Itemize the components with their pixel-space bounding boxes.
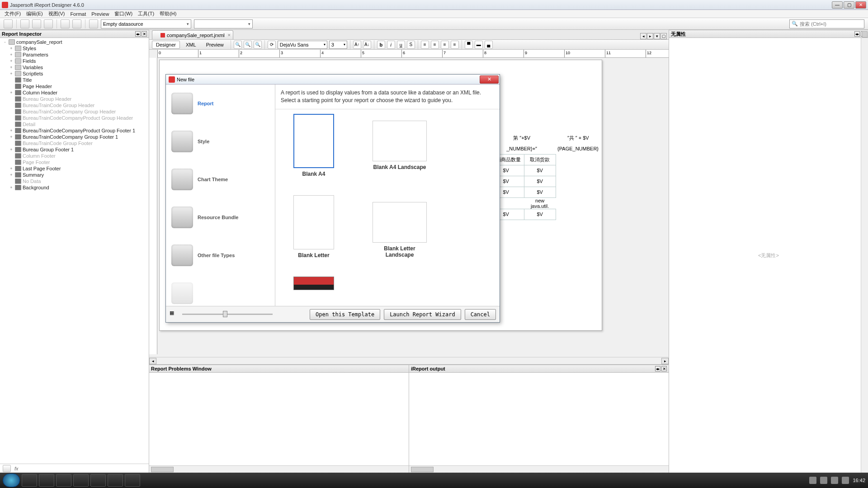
tree-node[interactable]: +Scriptlets: [0, 70, 149, 77]
taskbar-app-3[interactable]: [56, 474, 71, 487]
document-tab[interactable]: companySale_report.jrxml ✕: [152, 30, 233, 39]
tree-node[interactable]: Page Footer: [0, 159, 149, 165]
tab-nav-dropdown[interactable]: ▾: [654, 33, 660, 39]
tray-icon-2[interactable]: [820, 477, 827, 484]
tree-node[interactable]: +Styles: [0, 45, 149, 52]
category-extra[interactable]: [166, 274, 275, 306]
font-inc-icon[interactable]: A↑: [353, 41, 361, 49]
problems-body[interactable]: [149, 373, 409, 465]
tree-node[interactable]: +Background: [0, 184, 149, 191]
minimize-button[interactable]: —: [832, 1, 843, 9]
menu-view[interactable]: 视图(V): [46, 10, 68, 17]
copy-button[interactable]: [4, 19, 13, 28]
menu-window[interactable]: 窗口(W): [112, 10, 135, 17]
taskbar-app-2[interactable]: [39, 474, 54, 487]
taskbar-app-5[interactable]: [90, 474, 106, 487]
tree-node[interactable]: +Fields: [0, 58, 149, 64]
tree-node[interactable]: BureauTrainCode Group Footer: [0, 140, 149, 146]
tree-node[interactable]: Column Footer: [0, 153, 149, 159]
tree-node[interactable]: +Parameters: [0, 52, 149, 58]
datasource-icon[interactable]: [89, 19, 98, 28]
dialog-grid-view-icon[interactable]: ▦: [170, 310, 179, 319]
tree-node[interactable]: +BureauTrainCodeCompany Group Footer 1: [0, 134, 149, 140]
mode-xml[interactable]: XML: [182, 41, 200, 49]
font-combo[interactable]: DejaVu Sans: [278, 41, 327, 49]
search-box[interactable]: 🔍: [789, 19, 864, 28]
menu-format[interactable]: Format: [67, 11, 89, 17]
fx-tool-icon[interactable]: [3, 465, 11, 472]
bold-icon[interactable]: b: [377, 41, 385, 49]
hscroll-left-icon[interactable]: ◂: [149, 358, 156, 364]
tree-node[interactable]: Bureau Group Header: [0, 96, 149, 102]
mode-designer[interactable]: Designer: [152, 41, 180, 49]
zoom-fit-icon[interactable]: 🔍: [244, 41, 252, 49]
zoom-out-icon[interactable]: 🔍: [234, 41, 242, 49]
menu-file[interactable]: 文件(F): [2, 10, 24, 17]
tree-node[interactable]: BureauTrainCodeCompany Group Header: [0, 108, 149, 115]
tray-icon-1[interactable]: [809, 477, 816, 484]
template-item[interactable]: [284, 277, 343, 290]
align-right-icon[interactable]: ≡: [441, 41, 449, 49]
tree-node[interactable]: Page Header: [0, 83, 149, 89]
tree-node[interactable]: +Last Page Footer: [0, 165, 149, 172]
tree-node[interactable]: BureauTrainCode Group Header: [0, 102, 149, 108]
undo-button[interactable]: [61, 19, 70, 28]
inspector-tree[interactable]: -companySale_report+Styles+Parameters+Fi…: [0, 38, 149, 464]
mode-preview[interactable]: Preview: [202, 41, 228, 49]
font-dec-icon[interactable]: A↓: [363, 41, 371, 49]
menu-tools[interactable]: 工具(T): [135, 10, 157, 17]
taskbar-app-4[interactable]: [73, 474, 89, 487]
maximize-button[interactable]: ▢: [844, 1, 854, 9]
tab-nav-prev[interactable]: ◂: [640, 33, 646, 39]
tab-nav-next[interactable]: ▸: [647, 33, 653, 39]
cut-button[interactable]: [20, 19, 29, 28]
template-item[interactable]: Blank Letter Landscape: [370, 195, 429, 258]
menu-preview[interactable]: Preview: [89, 11, 112, 17]
tree-node[interactable]: +Summary: [0, 172, 149, 178]
thumbnail-size-slider[interactable]: [182, 310, 273, 319]
tree-node[interactable]: Detail: [0, 121, 149, 127]
category-chart-theme[interactable]: Chart Theme: [166, 160, 275, 198]
dialog-titlebar[interactable]: New file ✕: [166, 75, 500, 84]
italic-icon[interactable]: i: [387, 41, 395, 49]
template-item[interactable]: Blank Letter: [284, 195, 343, 258]
refresh-icon[interactable]: ⟳: [268, 41, 276, 49]
tree-node[interactable]: +Column Header: [0, 89, 149, 96]
taskbar-app-6[interactable]: [108, 474, 123, 487]
redo-button[interactable]: [72, 19, 81, 28]
menu-edit[interactable]: 编辑(E): [24, 10, 46, 17]
category-resource-bundle[interactable]: Resource Bundle: [166, 198, 275, 236]
template-item[interactable]: Blank A4: [284, 114, 343, 177]
tree-node[interactable]: +Variables: [0, 64, 149, 70]
tree-node[interactable]: No Data: [0, 178, 149, 184]
canvas-hscrollbar[interactable]: ◂ ▸: [149, 357, 669, 364]
valign-mid-icon[interactable]: ▬: [475, 41, 483, 49]
output-collapse-icon[interactable]: ◂▸: [655, 366, 660, 371]
valign-top-icon[interactable]: ▀: [465, 41, 473, 49]
props-collapse-icon[interactable]: ◂▸: [854, 31, 860, 37]
category-report[interactable]: Report: [166, 84, 275, 122]
tree-node[interactable]: Title: [0, 77, 149, 83]
category-style[interactable]: Style: [166, 122, 275, 160]
problems-hscroll[interactable]: [149, 465, 409, 473]
open-template-button[interactable]: Open this Template: [310, 309, 380, 320]
hscroll-right-icon[interactable]: ▸: [661, 358, 669, 364]
template-grid[interactable]: Blank A4Blank A4 LandscapeBlank LetterBl…: [275, 109, 500, 306]
inspector-close-icon[interactable]: ✕: [142, 31, 147, 37]
cancel-button[interactable]: Cancel: [465, 309, 496, 320]
dialog-close-button[interactable]: ✕: [480, 75, 499, 84]
category-other[interactable]: Other file Types: [166, 236, 275, 274]
tray-icon-3[interactable]: [831, 477, 838, 484]
properties-vscroll[interactable]: [861, 38, 868, 473]
zoom-in-icon[interactable]: 🔍: [254, 41, 262, 49]
paste-button[interactable]: [32, 19, 41, 28]
clipboard-button[interactable]: [44, 19, 53, 28]
launch-wizard-button[interactable]: Launch Report Wizard: [384, 309, 461, 320]
tray-icon-4[interactable]: [842, 477, 849, 484]
output-hscroll[interactable]: [409, 465, 669, 473]
align-left-icon[interactable]: ≡: [421, 41, 429, 49]
output-body[interactable]: [409, 373, 669, 465]
tab-nav-max[interactable]: ▢: [660, 33, 667, 39]
output-close-icon[interactable]: ✕: [661, 366, 667, 371]
taskbar-app-7[interactable]: [125, 474, 140, 487]
